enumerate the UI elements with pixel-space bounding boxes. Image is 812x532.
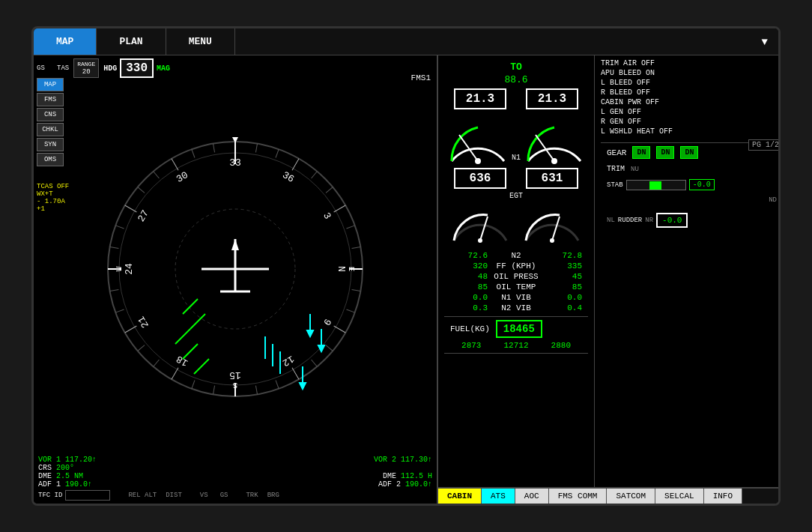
rudder-row: NL RUDDER NR -0.0 [607,213,777,228]
dme-info: DME 2.5 NM [38,472,83,480]
vor2-info: VOR 2 117.30↑ [374,456,432,464]
n1-arc-right [521,112,588,165]
svg-line-13 [172,159,178,171]
svg-line-25 [255,386,257,395]
svg-line-16 [312,172,318,178]
svg-line-29 [138,345,145,351]
tab-ats[interactable]: ATS [482,489,515,504]
side-buttons: MAP FMS CNS CHKL SYN OMS [37,78,64,166]
egt-right-gauge: 631 [526,168,578,189]
svg-text:18: 18 [175,353,190,369]
n1-arc-area: N1 [444,112,588,165]
btn-map[interactable]: MAP [37,78,64,91]
alert-r-bleed: R BLEED OFF [601,88,781,97]
egt-left-gauge: 636 [454,168,506,189]
n1-arc-left [444,112,512,165]
tab-map[interactable]: MAP [34,28,97,55]
stab-indicator [649,181,661,190]
data-row-ff: 320 FF (KPH) 335 [450,261,582,271]
tfc-row: TFC ID REL ALT DIST VS GS TRK BRG [38,490,432,501]
n1-right-gauge: 21.3 [526,88,578,109]
svg-line-28 [154,360,160,366]
tab-satcom[interactable]: SATCOM [607,489,655,504]
alert-cabin-pwr: CABIN PWR OFF [601,97,781,107]
btn-cns[interactable]: CNS [37,108,64,121]
alerts-panel: TRIM AIR OFF APU BLEED ON L BLEED OFF R … [594,55,781,487]
tab-info[interactable]: INFO [704,489,742,504]
alert-l-bleed: L BLEED OFF [601,78,781,88]
data-row-oil-temp: 85 OIL TEMP 85 [450,282,582,292]
svg-line-15 [276,149,279,157]
trim-section: TRIM NU STAB -0.0 ND NL [601,162,781,231]
svg-line-6 [334,326,346,333]
data-row-oil-press: 48 OIL PRESS 45 [450,271,582,282]
bottom-tab-bar: CABIN ATS AOC FMS COMM SATCOM SELCAL INF… [438,488,781,504]
gear-center: DN [656,146,674,159]
svg-text:15: 15 [229,369,241,381]
svg-line-27 [192,380,195,388]
data-row-n2: 72.6 N2 72.8 [450,250,582,261]
dropdown-arrow-icon[interactable]: ▼ [751,36,778,48]
svg-text:N: N [336,266,347,272]
compass-svg: 33 36 3 N 9 12 15 18 21 24 27 30 E W S [85,93,385,430]
tab-aoc[interactable]: AOC [515,489,549,504]
svg-line-34 [138,187,145,193]
fuel-total: 18465 [496,320,542,338]
svg-line-18 [346,226,354,229]
svg-line-17 [326,187,333,193]
tab-menu[interactable]: MENU [166,28,235,55]
alert-r-gen: R GEN OFF [601,117,781,127]
egt-arc-right [518,203,586,244]
rudder-value: -0.0 [656,213,688,228]
btn-oms[interactable]: OMS [37,153,64,166]
tab-fms-comm[interactable]: FMS COMM [549,489,608,504]
navigation-display: GS TAS RANGE 20 HDG 330 MAG FMS1 MAP FMS [34,55,438,504]
svg-line-30 [115,309,124,312]
tab-plan[interactable]: PLAN [97,28,166,55]
egt-arc-left [446,203,514,244]
svg-text:27: 27 [136,208,151,224]
alert-trim-air: TRIM AIR OFF [601,58,781,68]
svg-text:W: W [115,266,124,271]
alert-apu-bleed: APU BLEED ON [601,68,781,78]
svg-line-31 [110,289,119,291]
svg-line-21 [346,309,354,312]
svg-marker-56 [231,239,239,250]
tfc-id-input[interactable] [65,490,110,501]
svg-text:S: S [232,381,237,390]
compass-rose: 33 36 3 N 9 12 15 18 21 24 27 30 E W S [85,93,385,430]
gear-section: GEAR DN DN DN [601,142,748,162]
svg-line-32 [110,247,119,248]
right-panel: TO 88.6 21.3 21.3 [438,55,781,504]
tab-bar: MAP PLAN MENU ▼ [34,28,778,55]
engine-data-table: 72.6 N2 72.8 320 FF (KPH) 335 48 OIL PRE… [444,247,588,316]
svg-text:E: E [347,267,356,272]
svg-line-22 [326,345,333,351]
svg-text:9: 9 [321,317,333,327]
gs-tas-label: GS TAS [37,64,69,72]
stab-bar-inner [626,180,686,190]
svg-line-19 [352,247,361,248]
btn-chkl[interactable]: CHKL [37,123,64,136]
to-label: TO [444,61,588,73]
engine-section: TO 88.6 21.3 21.3 [438,55,781,488]
svg-text:21: 21 [136,314,151,330]
svg-line-33 [115,226,124,229]
svg-line-67 [194,359,209,374]
svg-marker-73 [300,383,306,389]
nav-bottom-info: VOR 1 117.20↑ VOR 2 117.30↑ CRS 200° DME… [34,453,437,504]
data-row-n1-vib: 0.0 N1 VIB 0.0 [450,292,582,303]
svg-line-23 [312,360,318,366]
tab-cabin[interactable]: CABIN [438,489,482,504]
btn-syn[interactable]: SYN [37,138,64,151]
egt-label: EGT [444,192,588,200]
n1-center-value: 88.6 [444,74,588,85]
egt-gauge-row: 636 631 [444,168,588,189]
svg-line-12 [125,205,137,212]
svg-line-65 [175,329,190,344]
gear-right: DN [680,146,698,159]
svg-line-35 [154,172,160,178]
btn-fms[interactable]: FMS [37,93,64,106]
tab-selcal[interactable]: SELCAL [655,489,704,504]
svg-line-7 [292,368,299,380]
